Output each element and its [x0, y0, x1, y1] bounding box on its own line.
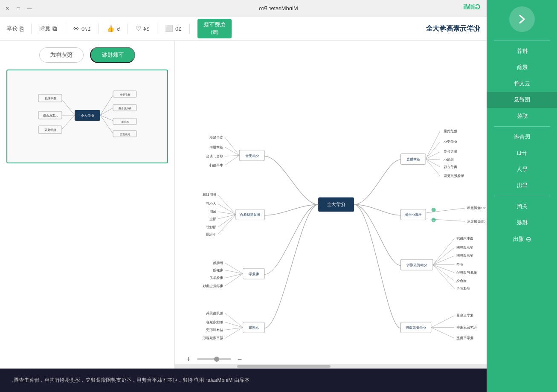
svg-text:联合、离台: 联合、离台 [206, 154, 223, 158]
svg-text:能用值用药: 能用值用药 [206, 311, 223, 315]
svg-text:显示原理图: 显示原理图 [456, 254, 473, 258]
sidebar-item-community[interactable]: 民合者 [487, 129, 557, 145]
svg-text:水溶液: 水溶液 [121, 120, 129, 123]
zoom-thumb[interactable] [214, 357, 219, 362]
svg-line-35 [426, 159, 440, 167]
zoom-in-button[interactable]: + [183, 354, 194, 364]
svg-text:化学反应原理: 化学反应原理 [406, 325, 426, 330]
close-btn[interactable]: ✕ [4, 6, 10, 12]
svg-text:阻生: 阻生 [209, 217, 216, 221]
scroll-thumb[interactable] [237, 365, 331, 368]
bottom-text: 本品由 MindMaster 用户 创建，可在下载平台使用，不仅支持图谱及建立，… [9, 377, 249, 384]
svg-text:元素化合物: 元素化合物 [405, 212, 422, 217]
svg-text:原电池: 原电池 [213, 261, 223, 265]
sidebar-item-export[interactable]: 导出 [487, 177, 557, 194]
preview-svg: 化学大全 基本概念 元素化合物 化学反应 化学安全 [15, 74, 160, 159]
sidebar-item-recommend[interactable]: 推荐 [487, 43, 557, 59]
copy-button[interactable]: ⧉ 复制 [39, 25, 57, 32]
favorites-item[interactable]: 34 ♡ [136, 25, 149, 32]
zoom-slider[interactable] [197, 358, 231, 360]
likes-item[interactable]: 5 👍 [107, 25, 120, 32]
svg-text:反应原理: 反应原理 [120, 133, 130, 136]
svg-text:如阻: 如阻 [209, 210, 216, 214]
svg-text:Cl Si: Cl Si [479, 220, 486, 223]
minus-icon: ⊖ [526, 235, 531, 243]
svg-line-33 [426, 159, 440, 160]
svg-line-69 [431, 316, 455, 328]
svg-text:化学反应: 化学反应 [44, 128, 56, 131]
sidebar-item-import[interactable]: 导入 [487, 161, 557, 177]
sidebar-arrow-button[interactable] [509, 6, 535, 32]
svg-line-6 [100, 108, 113, 115]
divider5 [157, 23, 157, 34]
share-button[interactable]: ⎘ 分享 [6, 25, 23, 32]
svg-text:化学平衡态: 化学平衡态 [456, 336, 473, 340]
download-button[interactable]: 免费下载 (费) [197, 19, 232, 38]
svg-text:有机化合物: 有机化合物 [119, 107, 131, 110]
preview-button[interactable]: 预览样式 [39, 47, 84, 63]
sidebar-item-cloud[interactable]: 云文件 [487, 75, 557, 92]
svg-line-31 [426, 152, 440, 159]
mindmap-area[interactable]: 化学大全 基本概念 物质的量 化学变化 物质分类 添加化 离子方程 氧化还原反应… [175, 41, 487, 369]
svg-line-97 [218, 215, 236, 234]
svg-line-5 [100, 95, 113, 115]
eye-icon: 👁 [73, 25, 79, 32]
svg-text:化学安全: 化学安全 [245, 154, 259, 158]
svg-text:化学: 化学 [456, 263, 463, 267]
sidebar-item-latest[interactable]: 最新 [487, 59, 557, 75]
sidebar-item-atlas[interactable]: 图谱及 [487, 92, 557, 108]
sidebar-item-lt[interactable]: 仕Lt [487, 145, 557, 161]
window-controls[interactable]: ✕ □ — [4, 6, 32, 12]
svg-text:氧化还原理论: 氧化还原理论 [456, 271, 477, 275]
svg-text:电解池: 电解池 [213, 268, 223, 272]
svg-line-55 [433, 247, 454, 264]
svg-text:元素化合物: 元素化合物 [43, 114, 58, 117]
share-icon: ⎘ [20, 25, 23, 32]
sidebar-item-quit[interactable]: ⊖ 退出 [487, 231, 557, 247]
sidebar-item-close[interactable]: 关闭 [487, 198, 557, 215]
svg-text:物质分类: 物质分类 [444, 150, 457, 154]
zoom-controls: + − [183, 354, 245, 364]
minimize-btn[interactable]: — [26, 6, 32, 12]
button-row: 预览样式 下载模板 [0, 41, 174, 70]
svg-text:适平溶液容积: 适平溶液容积 [203, 336, 223, 340]
download-template-button[interactable]: 下载模板 [90, 47, 135, 63]
sidebar-item-template[interactable]: 模板 [487, 215, 557, 231]
zoom-out-button[interactable]: − [235, 354, 245, 364]
svg-line-61 [433, 265, 454, 273]
svg-text:光合化: 光合化 [456, 279, 467, 283]
maximize-btn[interactable]: □ [15, 6, 21, 12]
svg-line-93 [218, 215, 236, 219]
svg-text:水溶液: 水溶液 [249, 325, 259, 330]
brand: GitMi [463, 3, 480, 11]
svg-text:电功发生曲线: 电功发生曲线 [203, 284, 223, 288]
svg-line-95 [218, 215, 236, 227]
divider2 [494, 126, 550, 127]
svg-text:金属显示: 金属显示 [467, 206, 481, 210]
svg-line-117 [225, 328, 243, 338]
comment-icon: ⬜ [165, 25, 173, 32]
svg-text:阻绕行: 阻绕行 [206, 225, 216, 229]
svg-text:−: − [432, 208, 435, 212]
svg-line-115 [225, 328, 243, 330]
svg-line-107 [225, 274, 243, 286]
svg-text:加绕溶液容: 加绕溶液容 [206, 320, 223, 324]
app-title: MindMaster Pro [259, 5, 298, 12]
comments-item[interactable]: 10 ⬜ [165, 25, 181, 32]
svg-text:化学大全: 化学大全 [327, 202, 345, 207]
svg-line-105 [225, 274, 243, 278]
svg-text:电化学: 电化学 [249, 272, 259, 276]
sidebar-item-tag[interactable]: 标签 [487, 108, 557, 124]
svg-text:益水和积变: 益水和积变 [206, 328, 223, 332]
svg-text:基本概念: 基本概念 [406, 157, 420, 161]
title-bar: ✕ □ — MindMaster Pro GitMi [0, 0, 557, 17]
svg-line-73 [431, 328, 455, 338]
svg-text:安全知识: 安全知识 [209, 136, 223, 139]
divider3 [99, 23, 99, 34]
left-panel: 预览样式 下载模板 化学大全 基本概念 元素化合物 [0, 41, 175, 369]
arrow-right-icon [516, 13, 528, 26]
horizontal-scrollbar[interactable] [175, 364, 487, 369]
svg-text:Na M: Na M [479, 206, 486, 209]
svg-text:下化阻: 下化阻 [206, 232, 216, 236]
bottom-bar: 本品由 MindMaster 用户 创建，可在下载平台使用，不仅支持图谱及建立，… [0, 369, 487, 392]
